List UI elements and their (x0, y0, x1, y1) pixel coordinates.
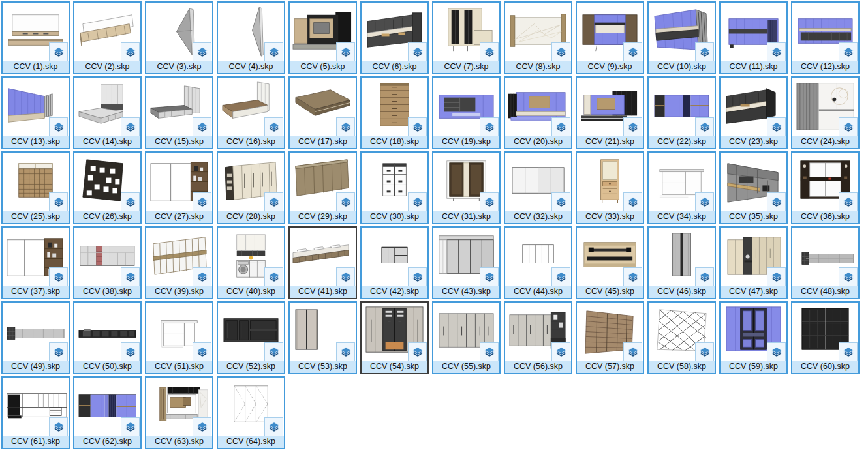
sketchup-badge (839, 117, 858, 136)
file-tile-48[interactable]: CCV (48).skp (791, 226, 860, 299)
file-tile-61[interactable]: CCV (61).skp (1, 376, 70, 449)
file-tile-60[interactable]: CCV (60).skp (791, 301, 860, 374)
sketchup-badge (336, 117, 355, 136)
file-name-label: CCV (10).skp (649, 61, 715, 73)
sketchup-logo-icon (626, 345, 640, 359)
file-thumbnail (505, 228, 571, 286)
file-tile-22[interactable]: CCV (22).skp (647, 76, 716, 149)
file-tile-51[interactable]: CCV (51).skp (145, 301, 213, 374)
file-tile-10[interactable]: CCV (10).skp (647, 1, 716, 74)
file-tile-46[interactable]: CCV (46).skp (647, 226, 716, 299)
file-tile-4[interactable]: CCV (4).skp (217, 1, 285, 74)
file-tile-38[interactable]: CCV (38).skp (73, 226, 142, 299)
sketchup-logo-icon (52, 420, 66, 434)
sketchup-badge (336, 42, 355, 61)
file-tile-43[interactable]: CCV (43).skp (432, 226, 501, 299)
file-tile-42[interactable]: CCV (42).skp (360, 226, 429, 299)
sketchup-logo-icon (123, 195, 138, 209)
file-tile-23[interactable]: CCV (23).skp (719, 76, 788, 149)
file-tile-14[interactable]: CCV (14).skp (73, 76, 142, 149)
file-tile-33[interactable]: CCV (33).skp (576, 151, 644, 224)
file-tile-7[interactable]: CCV (7).skp (432, 1, 501, 74)
file-tile-32[interactable]: CCV (32).skp (504, 151, 572, 224)
file-tile-49[interactable]: CCV (49).skp (1, 301, 70, 374)
file-tile-9[interactable]: CCV (9).skp (576, 1, 644, 74)
file-thumbnail (74, 228, 140, 286)
file-tile-53[interactable]: CCV (53).skp (288, 301, 357, 374)
file-tile-39[interactable]: CCV (39).skp (145, 226, 213, 299)
file-tile-6[interactable]: CCV (6).skp (360, 1, 429, 74)
file-name-label: CCV (23).skp (721, 136, 786, 148)
file-tile-19[interactable]: CCV (19).skp (432, 76, 501, 149)
file-thumbnail (218, 3, 284, 61)
file-tile-2[interactable]: CCV (2).skp (73, 1, 142, 74)
sketchup-badge (480, 342, 499, 361)
file-name-label: CCV (46).skp (649, 286, 715, 298)
file-tile-31[interactable]: CCV (31).skp (432, 151, 501, 224)
file-tile-59[interactable]: CCV (59).skp (719, 301, 788, 374)
file-tile-11[interactable]: CCV (11).skp (719, 1, 788, 74)
file-tile-47[interactable]: CCV (47).skp (719, 226, 788, 299)
sketchup-logo-icon (52, 270, 66, 284)
file-thumbnail (3, 378, 69, 436)
file-tile-3[interactable]: CCV (3).skp (145, 1, 213, 74)
file-thumbnail (721, 228, 786, 286)
file-name-label: CCV (54).skp (362, 361, 427, 373)
file-tile-18[interactable]: CCV (18).skp (360, 76, 429, 149)
file-tile-15[interactable]: CCV (15).skp (145, 76, 213, 149)
file-name-label: CCV (64).skp (218, 436, 284, 448)
file-tile-56[interactable]: CCV (56).skp (504, 301, 572, 374)
file-tile-1[interactable]: CCV (1).skp (1, 1, 70, 74)
file-tile-44[interactable]: CCV (44).skp (504, 226, 572, 299)
file-tile-45[interactable]: CCV (45).skp (576, 226, 644, 299)
file-thumbnail (218, 228, 284, 286)
file-tile-25[interactable]: CCV (25).skp (1, 151, 70, 224)
file-tile-35[interactable]: CCV (35).skp (719, 151, 788, 224)
file-tile-57[interactable]: CCV (57).skp (576, 301, 644, 374)
file-thumbnail (290, 228, 356, 286)
sketchup-logo-icon (411, 45, 425, 59)
file-name-label: CCV (6).skp (362, 61, 427, 73)
file-tile-62[interactable]: CCV (62).skp (73, 376, 142, 449)
sketchup-logo-icon (841, 120, 856, 134)
file-tile-17[interactable]: CCV (17).skp (288, 76, 357, 149)
file-tile-55[interactable]: CCV (55).skp (432, 301, 501, 374)
file-thumbnail (649, 228, 715, 286)
file-name-label: CCV (27).skp (146, 211, 212, 223)
file-tile-5[interactable]: CCV (5).skp (288, 1, 357, 74)
file-name-label: CCV (31).skp (433, 211, 499, 223)
file-tile-26[interactable]: CCV (26).skp (73, 151, 142, 224)
file-tile-12[interactable]: CCV (12).skp (791, 1, 860, 74)
sketchup-logo-icon (482, 120, 497, 134)
sketchup-logo-icon (411, 195, 425, 209)
file-tile-29[interactable]: CCV (29).skp (288, 151, 357, 224)
file-tile-58[interactable]: CCV (58).skp (647, 301, 716, 374)
file-tile-36[interactable]: CCV (36).skp (791, 151, 860, 224)
file-tile-64[interactable]: CCV (64).skp (217, 376, 285, 449)
file-tile-8[interactable]: CCV (8).skp (504, 1, 572, 74)
file-name-label: CCV (57).skp (577, 361, 643, 373)
sketchup-logo-icon (698, 120, 712, 134)
file-tile-41[interactable]: CCV (41).skp (288, 226, 357, 299)
sketchup-logo-icon (411, 120, 425, 134)
file-tile-30[interactable]: CCV (30).skp (360, 151, 429, 224)
sketchup-badge (49, 117, 68, 136)
file-name-label: CCV (18).skp (362, 136, 427, 148)
file-name-label: CCV (14).skp (74, 136, 140, 148)
file-tile-54[interactable]: CCV (54).skp (360, 301, 429, 374)
file-tile-52[interactable]: CCV (52).skp (217, 301, 285, 374)
file-tile-40[interactable]: CCV (40).skp (217, 226, 285, 299)
file-thumbnail (146, 303, 212, 361)
file-tile-28[interactable]: CCV (28).skp (217, 151, 285, 224)
file-tile-50[interactable]: CCV (50).skp (73, 301, 142, 374)
file-tile-34[interactable]: CCV (34).skp (647, 151, 716, 224)
file-tile-63[interactable]: CCV (63).skp (145, 376, 213, 449)
file-tile-20[interactable]: CCV (20).skp (504, 76, 572, 149)
file-thumbnail (3, 153, 69, 211)
file-tile-13[interactable]: CCV (13).skp (1, 76, 70, 149)
file-tile-27[interactable]: CCV (27).skp (145, 151, 213, 224)
file-tile-16[interactable]: CCV (16).skp (217, 76, 285, 149)
file-tile-21[interactable]: CCV (21).skp (576, 76, 644, 149)
file-tile-24[interactable]: CCV (24).skp (791, 76, 860, 149)
file-tile-37[interactable]: CCV (37).skp (1, 226, 70, 299)
